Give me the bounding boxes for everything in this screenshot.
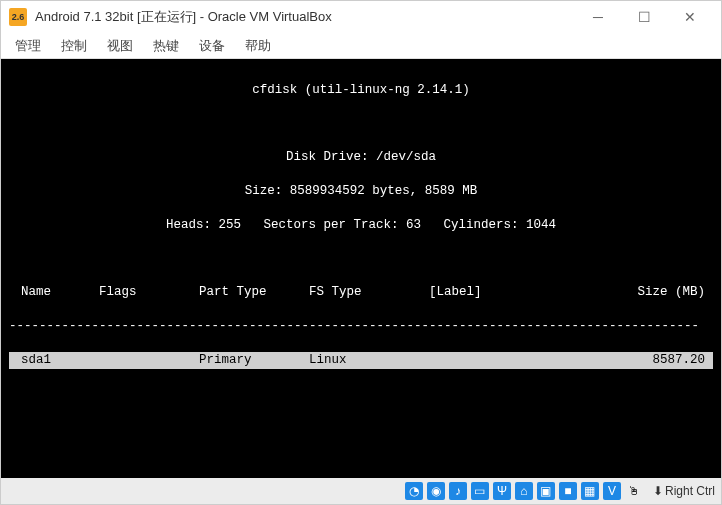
part-ptype: Primary bbox=[199, 352, 309, 369]
blank bbox=[9, 419, 713, 436]
host-key-label: Right Ctrl bbox=[665, 484, 715, 498]
column-headers: NameFlagsPart TypeFS Type[Label]Size (MB… bbox=[9, 284, 713, 301]
blank bbox=[9, 116, 713, 133]
part-fstype: Linux bbox=[309, 352, 429, 369]
part-name: sda1 bbox=[9, 352, 99, 369]
blank bbox=[9, 251, 713, 268]
hdr-flags: Flags bbox=[99, 284, 199, 301]
network-icon[interactable]: ▭ bbox=[471, 482, 489, 500]
down-arrow-icon: ⬇ bbox=[653, 484, 663, 498]
minimize-button[interactable]: ─ bbox=[575, 2, 621, 32]
blank bbox=[9, 453, 713, 470]
vm-statusbar: ◔ ◉ ♪ ▭ Ψ ⌂ ▣ ■ ▦ V 🖱 ⬇ Right Ctrl bbox=[1, 478, 721, 504]
shared-folders-icon[interactable]: ⌂ bbox=[515, 482, 533, 500]
close-button[interactable]: ✕ bbox=[667, 2, 713, 32]
hdr-name: Name bbox=[9, 284, 99, 301]
blank bbox=[9, 386, 713, 403]
titlebar: 2.6 Android 7.1 32bit [正在运行] - Oracle VM… bbox=[1, 1, 721, 33]
hdd-icon[interactable]: ◔ bbox=[405, 482, 423, 500]
hdr-size: Size (MB) bbox=[554, 284, 713, 301]
virtualbox-icon: 2.6 bbox=[9, 8, 27, 26]
menu-hotkey[interactable]: 热键 bbox=[143, 35, 189, 57]
recording-icon[interactable]: ■ bbox=[559, 482, 577, 500]
display-icon[interactable]: ▣ bbox=[537, 482, 555, 500]
part-label bbox=[429, 352, 554, 369]
menu-manage[interactable]: 管理 bbox=[5, 35, 51, 57]
host-key-indicator[interactable]: ⬇ Right Ctrl bbox=[653, 484, 715, 498]
header-rule: ----------------------------------------… bbox=[9, 318, 713, 335]
partition-row-sda1[interactable]: sda1PrimaryLinux8587.20 bbox=[9, 352, 713, 369]
hdr-fstype: FS Type bbox=[309, 284, 429, 301]
hdr-label: [Label] bbox=[429, 284, 554, 301]
maximize-button[interactable]: ☐ bbox=[621, 2, 667, 32]
menu-view[interactable]: 视图 bbox=[97, 35, 143, 57]
size-line: Size: 8589934592 bytes, 8589 MB bbox=[9, 183, 713, 200]
indicator-tray: ◔ ◉ ♪ ▭ Ψ ⌂ ▣ ■ ▦ V 🖱 ⬇ Right Ctrl bbox=[405, 482, 715, 500]
optical-icon[interactable]: ◉ bbox=[427, 482, 445, 500]
cfdisk-program-line: cfdisk (util-linux-ng 2.14.1) bbox=[9, 82, 713, 99]
geometry-line: Heads: 255 Sectors per Track: 63 Cylinde… bbox=[9, 217, 713, 234]
vbox-icon[interactable]: V bbox=[603, 482, 621, 500]
usb-icon[interactable]: Ψ bbox=[493, 482, 511, 500]
guest-terminal[interactable]: cfdisk (util-linux-ng 2.14.1) Disk Drive… bbox=[1, 59, 721, 478]
audio-icon[interactable]: ♪ bbox=[449, 482, 467, 500]
disk-drive-line: Disk Drive: /dev/sda bbox=[9, 149, 713, 166]
menu-help[interactable]: 帮助 bbox=[235, 35, 281, 57]
menu-control[interactable]: 控制 bbox=[51, 35, 97, 57]
cpu-icon[interactable]: ▦ bbox=[581, 482, 599, 500]
mouse-integration-icon[interactable]: 🖱 bbox=[625, 482, 643, 500]
part-flags bbox=[99, 352, 199, 369]
window-title: Android 7.1 32bit [正在运行] - Oracle VM Vir… bbox=[35, 8, 575, 26]
vm-window: 2.6 Android 7.1 32bit [正在运行] - Oracle VM… bbox=[0, 0, 722, 505]
menu-devices[interactable]: 设备 bbox=[189, 35, 235, 57]
hdr-parttype: Part Type bbox=[199, 284, 309, 301]
menubar: 管理 控制 视图 热键 设备 帮助 bbox=[1, 33, 721, 59]
part-size: 8587.20 bbox=[554, 352, 713, 369]
